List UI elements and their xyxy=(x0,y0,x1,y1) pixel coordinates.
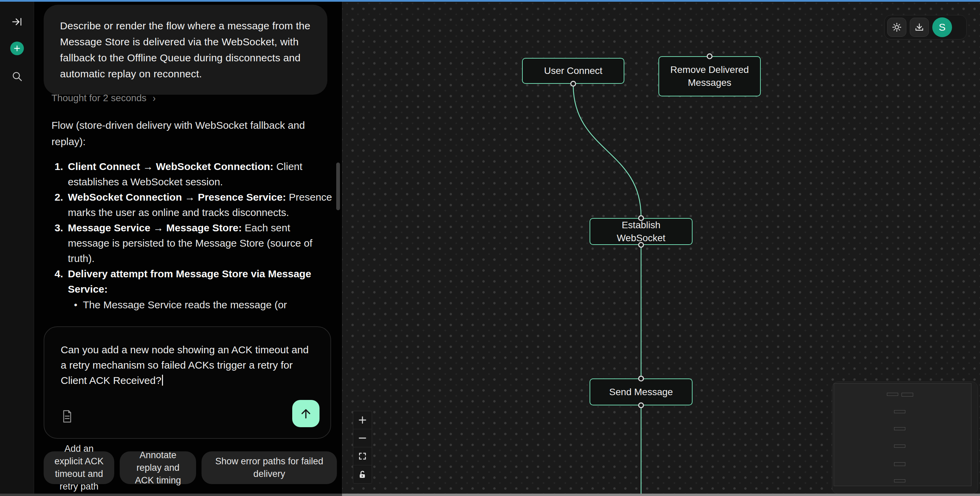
flow-step: 4. Delivery attempt from Message Store v… xyxy=(51,266,334,297)
download-button[interactable] xyxy=(910,18,929,37)
node-label: User Connect xyxy=(544,64,602,77)
suggestion-chip[interactable]: Show error paths for failed delivery xyxy=(202,452,337,484)
fit-view-icon xyxy=(358,452,367,461)
search-icon[interactable] xyxy=(10,69,25,84)
suggestion-chips: Add an explicit ACK timeout and retry pa… xyxy=(44,452,337,484)
text-cursor xyxy=(162,375,163,386)
sidebar xyxy=(0,0,34,496)
minimap-node-rect xyxy=(887,393,898,396)
zoom-in-button[interactable] xyxy=(353,411,372,429)
send-button[interactable] xyxy=(292,400,320,427)
flow-canvas[interactable]: User Connect Remove Delivered Messages E… xyxy=(342,0,980,496)
minimap-node-rect xyxy=(894,427,905,430)
minimap-viewport xyxy=(834,383,972,486)
suggestion-chip[interactable]: Add an explicit ACK timeout and retry pa… xyxy=(44,452,114,484)
flow-node-remove-delivered-messages[interactable]: Remove Delivered Messages xyxy=(659,56,761,97)
node-handle-top[interactable] xyxy=(638,215,644,221)
flow-node-send-message[interactable]: Send Message xyxy=(590,379,692,406)
minimap-node-rect xyxy=(894,445,905,448)
node-handle-bottom[interactable] xyxy=(638,242,644,248)
chevron-right-icon: › xyxy=(153,92,156,104)
unlock-icon xyxy=(358,470,367,479)
chat-panel: Describe or render the flow where a mess… xyxy=(35,0,342,496)
suggestion-chip[interactable]: Annotate replay and ACK timing xyxy=(120,452,196,484)
loading-bar xyxy=(0,0,980,2)
expand-sidebar-icon[interactable] xyxy=(10,14,25,29)
flow-node-user-connect[interactable]: User Connect xyxy=(522,58,624,84)
minimap-node-rect xyxy=(894,479,905,482)
node-handle-top[interactable] xyxy=(707,54,713,59)
sun-icon xyxy=(892,22,902,32)
node-label: Remove Delivered Messages xyxy=(666,63,753,89)
flow-substep: • The Message Service reads the message … xyxy=(51,297,334,312)
thought-label: Thought for 2 seconds xyxy=(51,93,146,103)
avatar[interactable]: S xyxy=(932,17,952,37)
canvas-bottom-scrollbar[interactable] xyxy=(342,494,980,496)
flow-step: 1. Client Connect → WebSocket Connection… xyxy=(51,159,334,189)
download-icon xyxy=(914,22,924,32)
plus-icon xyxy=(358,415,367,425)
arrow-up-icon xyxy=(299,407,312,420)
attach-document-icon[interactable] xyxy=(62,410,72,423)
lock-button[interactable] xyxy=(353,465,372,483)
node-handle-bottom[interactable] xyxy=(571,81,576,87)
new-chat-button[interactable] xyxy=(10,41,24,55)
minimap-node-rect xyxy=(902,393,913,396)
fit-view-button[interactable] xyxy=(353,447,372,465)
node-label: Establish WebSocket xyxy=(597,219,685,245)
app-window: Describe or render the flow where a mess… xyxy=(0,0,980,496)
header-actions: S xyxy=(884,15,967,40)
minus-icon xyxy=(358,433,367,443)
node-handle-bottom[interactable] xyxy=(638,403,644,408)
chat-input-value[interactable]: Can you add a new node showing an ACK ti… xyxy=(61,342,310,388)
zoom-out-button[interactable] xyxy=(353,429,372,447)
flow-node-establish-websocket[interactable]: Establish WebSocket xyxy=(590,218,692,245)
response-intro: Flow (store-driven delivery with WebSock… xyxy=(51,117,334,150)
node-label: Send Message xyxy=(609,386,673,399)
user-message-bubble: Describe or render the flow where a mess… xyxy=(44,5,327,95)
minimap[interactable] xyxy=(832,382,978,494)
chat-scrollbar-thumb[interactable] xyxy=(336,163,340,210)
theme-toggle-button[interactable] xyxy=(887,18,906,37)
minimap-node-rect xyxy=(894,462,905,466)
flow-step: 2. WebSocket Connection → Presence Servi… xyxy=(51,189,334,220)
flow-steps-list: 1. Client Connect → WebSocket Connection… xyxy=(51,159,334,297)
thought-disclosure[interactable]: Thought for 2 seconds › xyxy=(51,93,156,103)
chat-bottom-scrollbar[interactable] xyxy=(0,494,342,496)
minimap-node-rect xyxy=(894,410,905,413)
flow-step: 3. Message Service → Message Store: Each… xyxy=(51,220,334,266)
canvas-controls xyxy=(353,411,372,484)
chat-input[interactable]: Can you add a new node showing an ACK ti… xyxy=(44,326,331,439)
assistant-response: Flow (store-driven delivery with WebSock… xyxy=(51,113,334,326)
node-handle-top[interactable] xyxy=(638,376,644,382)
